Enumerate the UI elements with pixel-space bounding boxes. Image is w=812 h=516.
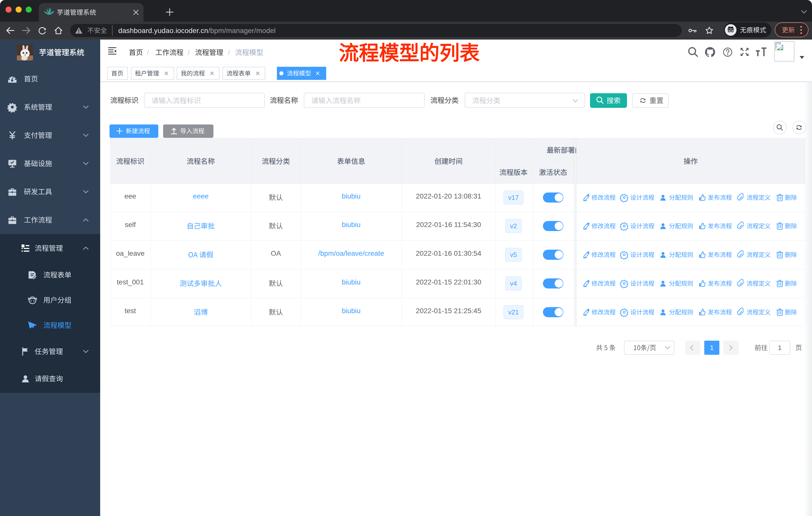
svg-text:/: /	[147, 49, 149, 56]
svg-text:/: /	[228, 49, 230, 56]
svg-text:/: /	[187, 49, 190, 56]
